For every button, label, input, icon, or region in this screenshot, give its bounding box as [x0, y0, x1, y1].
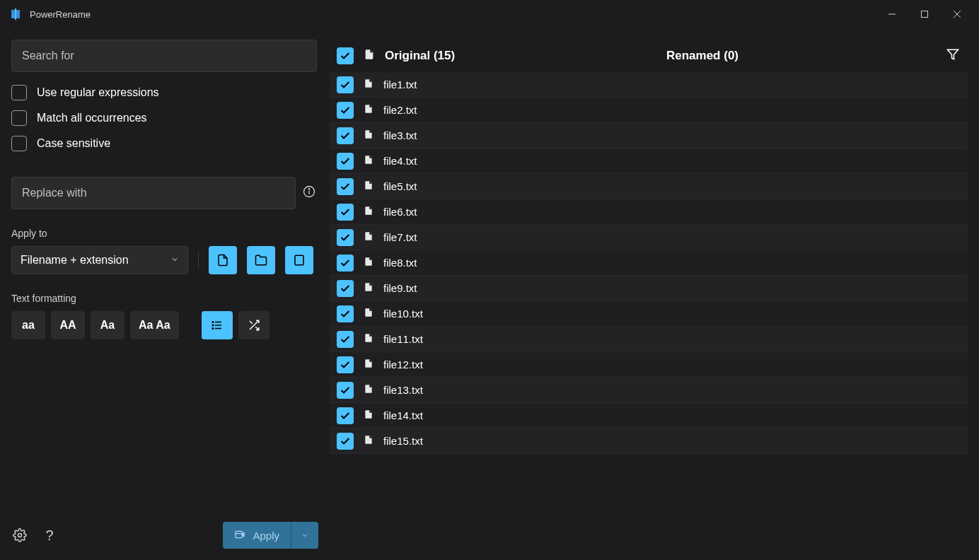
file-checkbox[interactable] — [337, 331, 354, 348]
lowercase-button[interactable]: aa — [11, 311, 45, 339]
enumerate-button[interactable] — [202, 311, 233, 339]
file-name: file10.txt — [383, 308, 423, 320]
apply-button[interactable]: Apply — [223, 522, 291, 549]
file-icon — [364, 383, 373, 397]
file-icon — [364, 48, 375, 64]
file-checkbox[interactable] — [337, 178, 354, 195]
renamed-header: Renamed (0) — [666, 49, 738, 63]
file-checkbox[interactable] — [337, 153, 354, 170]
list-header: Original (15) Renamed (0) — [330, 40, 968, 72]
file-checkbox[interactable] — [337, 356, 354, 373]
apply-to-value: Filename + extension — [21, 254, 129, 267]
file-row[interactable]: file3.txt — [330, 123, 968, 148]
file-row[interactable]: file12.txt — [330, 352, 968, 378]
titlebar: PowerRename — [0, 0, 979, 28]
file-row[interactable]: file9.txt — [330, 276, 968, 301]
search-input[interactable] — [11, 40, 317, 72]
sidebar: Use regular expressions Match all occurr… — [0, 28, 330, 560]
match-all-label: Match all occurrences — [37, 112, 147, 124]
file-checkbox[interactable] — [337, 407, 354, 424]
file-name: file2.txt — [383, 104, 417, 116]
file-checkbox[interactable] — [337, 76, 354, 93]
file-icon — [364, 129, 373, 142]
info-icon[interactable] — [303, 185, 315, 201]
original-header: Original (15) — [385, 49, 455, 63]
file-checkbox[interactable] — [337, 305, 354, 322]
minimize-button[interactable] — [876, 3, 908, 25]
apply-dropdown-button[interactable] — [291, 522, 318, 549]
file-row[interactable]: file4.txt — [330, 148, 968, 174]
svg-point-9 — [308, 189, 309, 189]
match-all-checkbox[interactable] — [11, 110, 27, 126]
file-row[interactable]: file8.txt — [330, 250, 968, 276]
file-checkbox[interactable] — [337, 433, 354, 450]
maximize-button[interactable] — [908, 3, 941, 25]
file-row[interactable]: file2.txt — [330, 98, 968, 123]
close-button[interactable] — [941, 3, 973, 25]
file-row[interactable]: file11.txt — [330, 327, 968, 352]
file-icon — [364, 78, 373, 91]
file-name: file7.txt — [383, 231, 417, 243]
file-row[interactable]: file15.txt — [330, 428, 968, 454]
file-row[interactable]: file7.txt — [330, 225, 968, 250]
include-files-button[interactable] — [209, 246, 237, 274]
settings-button[interactable] — [11, 527, 28, 544]
file-checkbox[interactable] — [337, 229, 354, 246]
apply-icon — [234, 529, 245, 542]
file-name: file5.txt — [383, 180, 417, 192]
file-checkbox[interactable] — [337, 255, 354, 272]
file-list: file1.txt file2.txt file3.txt file4.txt — [330, 72, 968, 549]
chevron-down-icon — [170, 254, 179, 267]
file-row[interactable]: file10.txt — [330, 301, 968, 327]
file-icon — [364, 409, 373, 422]
file-checkbox[interactable] — [337, 204, 354, 221]
svg-point-15 — [212, 325, 214, 326]
select-all-checkbox[interactable] — [337, 47, 354, 64]
file-row[interactable]: file13.txt — [330, 378, 968, 403]
include-subfolders-button[interactable] — [285, 246, 313, 274]
divider — [198, 251, 199, 269]
uppercase-button[interactable]: AA — [51, 311, 85, 339]
file-row[interactable]: file6.txt — [330, 199, 968, 225]
replace-input[interactable] — [11, 177, 296, 209]
file-name: file3.txt — [383, 129, 417, 141]
file-icon — [364, 358, 373, 371]
file-list-panel: Original (15) Renamed (0) file1.txt file… — [330, 28, 979, 560]
file-name: file11.txt — [383, 333, 423, 345]
file-name: file4.txt — [383, 155, 417, 167]
file-checkbox[interactable] — [337, 127, 354, 144]
file-name: file13.txt — [383, 384, 423, 396]
file-row[interactable]: file14.txt — [330, 403, 968, 428]
file-name: file15.txt — [383, 435, 423, 447]
randomize-button[interactable] — [238, 311, 270, 339]
file-icon — [364, 332, 373, 346]
svg-rect-4 — [922, 11, 928, 18]
text-formatting-label: Text formatting — [11, 293, 318, 304]
window-controls — [876, 3, 973, 25]
file-name: file6.txt — [383, 206, 417, 218]
file-checkbox[interactable] — [337, 382, 354, 399]
svg-point-14 — [212, 322, 214, 323]
file-row[interactable]: file1.txt — [330, 72, 968, 98]
include-folders-button[interactable] — [247, 246, 275, 274]
file-checkbox[interactable] — [337, 102, 354, 119]
file-name: file8.txt — [383, 257, 417, 269]
svg-rect-1 — [16, 10, 20, 18]
file-icon — [364, 180, 373, 193]
regex-label: Use regular expressions — [37, 86, 159, 99]
file-row[interactable]: file5.txt — [330, 174, 968, 199]
file-icon — [364, 231, 373, 244]
capitalize-button[interactable]: Aa Aa — [130, 311, 179, 339]
file-name: file9.txt — [383, 282, 417, 294]
titlecase-button[interactable]: Aa — [91, 311, 124, 339]
svg-marker-23 — [948, 49, 958, 59]
file-icon — [364, 256, 373, 269]
case-sensitive-checkbox[interactable] — [11, 136, 27, 151]
apply-to-select[interactable]: Filename + extension — [11, 246, 188, 274]
file-checkbox[interactable] — [337, 280, 354, 297]
file-name: file1.txt — [383, 78, 417, 91]
filter-icon[interactable] — [946, 48, 959, 64]
apply-label: Apply — [253, 530, 279, 542]
regex-checkbox[interactable] — [11, 85, 27, 100]
help-button[interactable]: ? — [41, 527, 58, 544]
